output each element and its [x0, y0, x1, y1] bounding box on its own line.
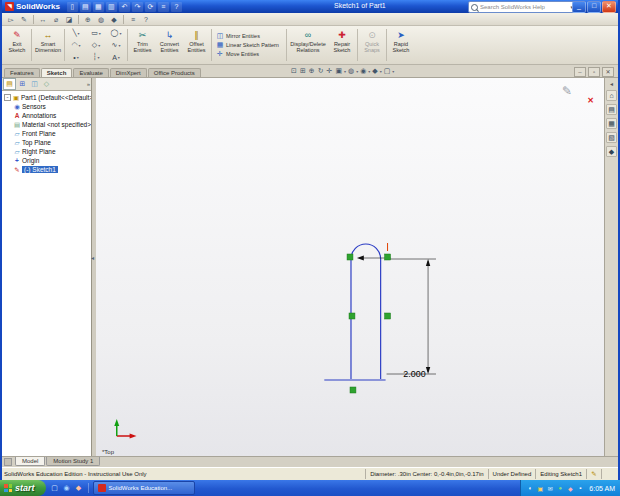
- quick-snaps-button[interactable]: ⊙ Quick Snaps: [359, 27, 385, 63]
- tab-motion-study[interactable]: Motion Study 1: [46, 457, 100, 466]
- graphics-area[interactable]: 2.000: [96, 78, 604, 456]
- tree-item-part1[interactable]: - ▣ Part1 (Default<<Default>_Displa: [4, 93, 91, 102]
- tray-icon-4[interactable]: ●: [556, 485, 564, 491]
- section-view-icon[interactable]: ◪: [63, 14, 75, 25]
- spline-tool-button[interactable]: ∿▾: [106, 39, 126, 51]
- new-document-icon[interactable]: ▯: [67, 2, 78, 12]
- configuration-manager-tab-icon[interactable]: ◫: [29, 79, 40, 89]
- maximize-button[interactable]: □: [587, 1, 601, 13]
- editing-sketch-icon[interactable]: ✎: [586, 469, 601, 479]
- help-icon[interactable]: ?: [171, 2, 182, 12]
- dimension-annotation[interactable]: 2.000: [387, 259, 436, 379]
- solidworks-quicklaunch-icon[interactable]: ◆: [74, 483, 84, 493]
- appearances-pane-icon[interactable]: ◆: [606, 146, 617, 157]
- arc-tool-dropdown-icon[interactable]: ▾: [79, 43, 81, 48]
- arc-tool-button[interactable]: ◠▾: [66, 39, 86, 51]
- tray-icon-1[interactable]: ◐: [526, 485, 534, 491]
- mirror-entities-button[interactable]: ◫Mirror Entities: [216, 32, 282, 40]
- tools-menu-icon[interactable]: ≡: [127, 14, 139, 25]
- select-tool-icon[interactable]: ▻: [5, 14, 17, 25]
- tab-dimxpert[interactable]: DimXpert: [110, 68, 147, 77]
- trim-entities-button[interactable]: ✂ Trim Entities: [129, 27, 156, 63]
- rectangle-tool-button[interactable]: ▭▾: [86, 27, 106, 39]
- tree-item-top-plane[interactable]: ▱ Top Plane: [4, 138, 91, 147]
- save-icon[interactable]: ▦: [93, 2, 104, 12]
- display-style-icon[interactable]: ◍: [347, 66, 355, 76]
- display-delete-relations-button[interactable]: ∞ Display/Delete Relations: [288, 27, 328, 63]
- tab-office-products[interactable]: Office Products: [148, 68, 201, 77]
- tab-area-splitter[interactable]: [4, 458, 12, 466]
- line-tool-button[interactable]: ╲▾: [66, 27, 86, 39]
- move-entities-button[interactable]: ✛Move Entities: [216, 50, 282, 58]
- close-button[interactable]: ✕: [602, 1, 616, 13]
- search-input[interactable]: [480, 3, 568, 11]
- pan-icon[interactable]: ✛: [326, 66, 334, 76]
- tray-icon-2[interactable]: ▣: [536, 485, 544, 492]
- zoom-fit-icon[interactable]: ⊡: [290, 66, 298, 76]
- circle-tool-button[interactable]: ◯▾: [106, 27, 126, 39]
- cancel-sketch-icon[interactable]: ✕: [587, 96, 594, 105]
- rotate-view-icon[interactable]: ↻: [317, 66, 325, 76]
- relation-badges[interactable]: [347, 254, 390, 393]
- undo-icon[interactable]: ↶: [119, 2, 130, 12]
- taskbar-solidworks-button[interactable]: SolidWorks Education...: [93, 481, 195, 495]
- polygon-tool-dropdown-icon[interactable]: ▾: [98, 43, 100, 48]
- print-icon[interactable]: ▥: [106, 2, 117, 12]
- help-toolbar-icon[interactable]: ?: [140, 14, 152, 25]
- linear-sketch-pattern-button[interactable]: ▦Linear Sketch Pattern: [216, 41, 282, 49]
- zoom-area-icon[interactable]: ⊞: [299, 66, 307, 76]
- file-explorer-icon[interactable]: ▦: [606, 118, 617, 129]
- show-desktop-icon[interactable]: ▢: [50, 483, 60, 493]
- tree-item-front-plane[interactable]: ▱ Front Plane: [4, 129, 91, 138]
- solidworks-resources-icon[interactable]: ⌂: [606, 90, 617, 101]
- tree-item-sensors[interactable]: ◉ Sensors: [4, 102, 91, 111]
- view-orientation-icon[interactable]: ▣: [334, 66, 343, 76]
- point-tool-button[interactable]: •▾: [66, 51, 86, 63]
- appearances-toolbar-icon[interactable]: ◆: [108, 14, 120, 25]
- tree-item-origin[interactable]: + Origin: [4, 156, 91, 165]
- edit-appearance-dropdown-icon[interactable]: ▾: [380, 69, 382, 74]
- doc-restore-button[interactable]: ▫: [588, 67, 600, 77]
- circle-tool-dropdown-icon[interactable]: ▾: [119, 31, 121, 36]
- exit-sketch-button[interactable]: ✎ Exit Sketch: [4, 27, 30, 63]
- centerline-tool-dropdown-icon[interactable]: ▾: [98, 55, 100, 60]
- tab-model[interactable]: Model: [15, 457, 45, 466]
- sketch-canvas[interactable]: 2.000: [96, 78, 604, 456]
- sketch-profile[interactable]: [324, 244, 385, 380]
- redo-icon[interactable]: ↷: [132, 2, 143, 12]
- open-icon[interactable]: ▤: [80, 2, 91, 12]
- view-orientation-dropdown-icon[interactable]: ▾: [344, 69, 346, 74]
- display-style-dropdown-icon[interactable]: ▾: [356, 69, 358, 74]
- help-search-box[interactable]: ▾: [468, 1, 576, 13]
- doc-close-button[interactable]: ✕: [602, 67, 614, 77]
- taskpane-collapse-icon[interactable]: ◂: [610, 80, 613, 87]
- hide-show-items-icon[interactable]: ◉: [359, 66, 367, 76]
- sketch-toolbar-icon[interactable]: ✎: [18, 14, 30, 25]
- design-library-icon[interactable]: ▤: [606, 104, 617, 115]
- zoom-in-out-icon[interactable]: ⊕: [308, 66, 316, 76]
- rebuild-icon[interactable]: ⟳: [145, 2, 156, 12]
- tray-icon-6[interactable]: ▪: [576, 485, 584, 491]
- offset-entities-button[interactable]: ∥ Offset Entities: [183, 27, 210, 63]
- measure-icon[interactable]: ⌀: [50, 14, 62, 25]
- apply-scene-icon[interactable]: ▢: [383, 66, 392, 76]
- text-tool-dropdown-icon[interactable]: ▾: [118, 55, 120, 60]
- panel-collapse-icon[interactable]: ◂: [91, 254, 94, 261]
- feature-manager-tab-icon[interactable]: ▤: [3, 78, 16, 90]
- minimize-button[interactable]: _: [572, 1, 586, 13]
- panel-overflow-icon[interactable]: »: [87, 81, 90, 87]
- point-tool-dropdown-icon[interactable]: ▾: [77, 55, 79, 60]
- spline-tool-dropdown-icon[interactable]: ▾: [118, 43, 120, 48]
- zoom-toolbar-icon[interactable]: ⊕: [82, 14, 94, 25]
- convert-entities-button[interactable]: ↳ Convert Entities: [156, 27, 183, 63]
- tree-item-material[interactable]: ▤ Material <not specified>: [4, 120, 91, 129]
- text-tool-button[interactable]: A▾: [106, 51, 126, 63]
- line-tool-dropdown-icon[interactable]: ▾: [78, 31, 80, 36]
- edit-appearance-icon[interactable]: ◆: [371, 66, 378, 76]
- rapid-sketch-button[interactable]: ➤ Rapid Sketch: [388, 27, 414, 63]
- options-icon[interactable]: ≡: [158, 2, 169, 12]
- view-palette-icon[interactable]: ▧: [606, 132, 617, 143]
- tab-evaluate[interactable]: Evaluate: [73, 68, 108, 77]
- tray-icon-3[interactable]: ✉: [546, 485, 554, 492]
- dimension-toolbar-icon[interactable]: ↔: [37, 14, 49, 25]
